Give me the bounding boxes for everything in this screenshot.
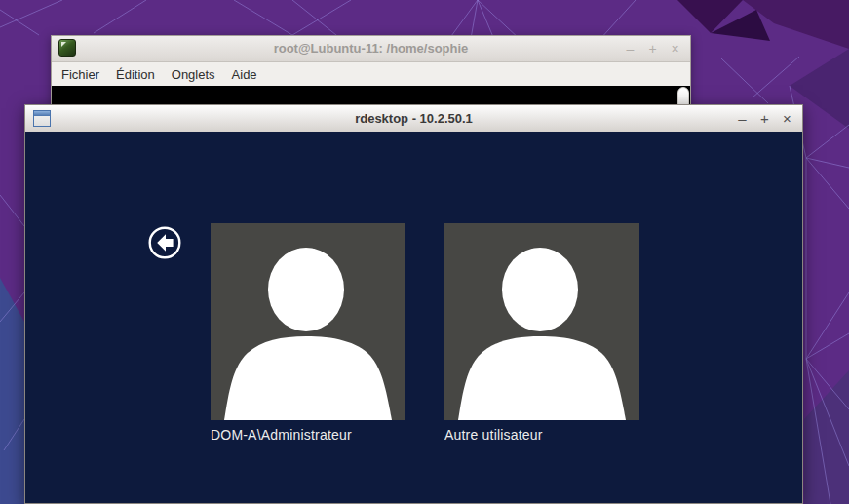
terminal-window-controls: – + × — [624, 36, 681, 61]
terminal-title: root@Lubuntu-11: /home/sophie — [52, 36, 690, 61]
rdesktop-title: rdesktop - 10.2.50.1 — [25, 105, 802, 132]
menu-aide[interactable]: Aide — [232, 67, 257, 82]
back-button[interactable] — [145, 223, 184, 262]
user-silhouette-icon — [444, 223, 639, 420]
menu-fichier[interactable]: Fichier — [61, 67, 99, 82]
terminal-close-button[interactable]: × — [669, 41, 681, 57]
rdesktop-maximize-button[interactable]: + — [758, 110, 771, 127]
terminal-menubar: Fichier Édition Onglets Aide — [52, 62, 690, 86]
windows-login-screen: DOM-A\Administrateur Autre utilisateur — [25, 132, 802, 503]
rdesktop-minimize-button[interactable]: – — [736, 110, 749, 127]
user-tile-autre-utilisateur[interactable] — [444, 223, 639, 420]
rdesktop-window-controls: – + × — [736, 105, 793, 132]
user-label-autre-utilisateur: Autre utilisateur — [444, 427, 543, 443]
desktop: root@Lubuntu-11: /home/sophie – + × Fich… — [0, 0, 849, 504]
terminal-titlebar[interactable]: root@Lubuntu-11: /home/sophie – + × — [52, 36, 690, 62]
menu-onglets[interactable]: Onglets — [172, 67, 215, 82]
user-tile-administrateur[interactable] — [211, 223, 405, 420]
rdesktop-close-button[interactable]: × — [781, 110, 793, 127]
user-silhouette-icon — [211, 223, 405, 420]
terminal-maximize-button[interactable]: + — [646, 41, 659, 57]
menu-edition[interactable]: Édition — [116, 67, 155, 82]
rdesktop-window: rdesktop - 10.2.50.1 – + × DOM-A\Adminis… — [24, 104, 803, 504]
terminal-minimize-button[interactable]: – — [624, 41, 637, 57]
back-arrow-icon — [157, 234, 173, 251]
rdesktop-titlebar[interactable]: rdesktop - 10.2.50.1 – + × — [25, 105, 802, 133]
user-label-administrateur: DOM-A\Administrateur — [211, 427, 352, 443]
